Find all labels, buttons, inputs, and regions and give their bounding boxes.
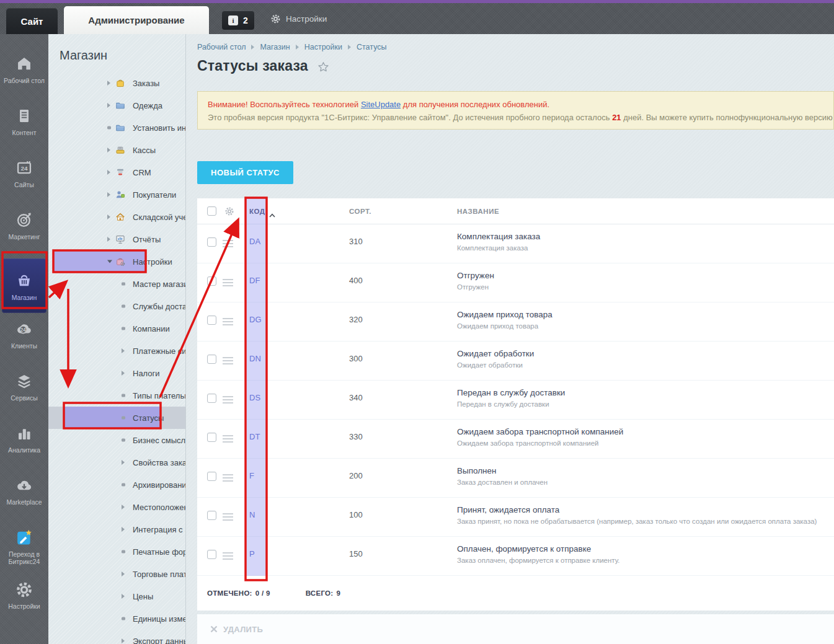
column-header-name[interactable]: НАЗВАНИЕ [457,208,499,215]
menu-subitem-pay-systems[interactable]: Платежные системы [48,340,185,362]
menu-subitem-business-meanings[interactable]: Бизнес смыслы [48,429,185,451]
rail-item-content[interactable]: Контент [0,102,48,154]
menu-subitem-label: Мастер магазина [133,280,186,289]
menu-subitem-data-export[interactable]: Экспорт данных [48,630,185,644]
menu-subitem-order-props[interactable]: Свойства заказа [48,451,185,474]
column-header-sort[interactable]: СОРТ. [349,208,371,215]
menu-subitem-taxes[interactable]: Налоги [48,362,185,384]
status-code-link[interactable]: F [249,471,254,480]
checked-count-value: 0 / 9 [255,589,270,597]
menu-item-cash-desks[interactable]: Кассы [48,139,185,161]
rail-item-clients[interactable]: 24 Клиенты [0,315,48,368]
status-name-link[interactable]: Ожидает обработки [457,349,534,358]
menu-subitem-prices[interactable]: Цены [48,585,185,607]
siteupdate-link[interactable]: SiteUpdate [361,100,401,109]
new-status-button[interactable]: НОВЫЙ СТАТУС [197,161,293,184]
breadcrumb-separator-icon [251,45,254,50]
rail-item-analytics[interactable]: Аналитика [0,420,48,472]
row-checkbox[interactable] [207,550,216,559]
menu-subitem-trade-platforms[interactable]: Торговые платформы [48,563,185,585]
status-code-link[interactable]: DG [249,315,262,324]
drag-handle-icon[interactable] [223,279,233,286]
menu-item-reports[interactable]: Отчёты [48,228,185,250]
status-description: Отгружен [457,283,489,291]
table-settings-gear-icon[interactable] [224,206,234,216]
drag-handle-icon[interactable] [223,240,233,247]
menu-item-settings[interactable]: Настройки [48,250,185,273]
status-name-link[interactable]: Ожидаем приход товара [457,310,552,319]
table-row: DS 340 Передан в службу доставки Передан… [197,381,834,420]
rail-item-bitrix24[interactable]: Переход в Битрикс24 [0,524,48,576]
notifications-badge[interactable]: i 2 [222,11,254,30]
delete-button[interactable]: УДАЛИТЬ [197,614,834,644]
rail-item-services[interactable]: Сервисы [0,368,48,420]
status-code-link[interactable]: N [249,510,255,519]
menu-subitem-units[interactable]: Единицы измерения [48,607,185,630]
rail-item-marketplace[interactable]: Marketplace [0,472,48,524]
row-checkbox[interactable] [207,276,216,286]
drag-handle-icon[interactable] [223,435,233,443]
menu-item-clothes[interactable]: Одежда [48,94,185,117]
rail-item-desktop[interactable]: Рабочий стол [0,50,48,102]
drag-handle-icon[interactable] [223,396,233,404]
rail-item-sites[interactable]: 24 Сайты [0,154,48,206]
menu-item-label: Складской учет [133,213,186,222]
topbar-settings-button[interactable]: Настройки [270,3,327,34]
row-checkbox[interactable] [207,355,216,364]
menu-item-install-tools[interactable]: Установить инструменты и [48,117,185,139]
status-name-link[interactable]: Оплачен, формируется к отправке [457,544,591,554]
status-name-link[interactable]: Передан в службу доставки [457,388,565,397]
menu-item-orders[interactable]: Заказы [48,72,185,94]
menu-subitem-delivery-services[interactable]: Службы доставки [48,295,185,317]
menu-subitem-companies[interactable]: Компании [48,317,185,340]
status-name-link[interactable]: Выполнен [457,466,497,475]
row-checkbox[interactable] [207,394,216,403]
status-name-link[interactable]: Принят, ожидается оплата [457,505,559,514]
status-name-link[interactable]: Отгружен [457,271,494,280]
menu-item-warehouse[interactable]: Складской учет [48,206,185,228]
drag-handle-icon[interactable] [223,318,233,325]
row-checkbox[interactable] [207,472,216,481]
menu-subitem-locations[interactable]: Местоположения [48,496,185,518]
column-header-code[interactable]: КОД [249,208,265,215]
status-code-link[interactable]: DA [249,237,260,246]
rail-item-shop[interactable]: Магазин [2,258,47,313]
menu-subitem-payer-types[interactable]: Типы плательщиков [48,384,185,407]
breadcrumb-link[interactable]: Магазин [260,43,290,51]
menu-list: Заказы Одежда Установить инструменты и К… [48,72,185,644]
drag-handle-icon[interactable] [223,357,233,364]
row-checkbox[interactable] [207,511,216,520]
breadcrumb-link[interactable]: Рабочий стол [197,43,246,51]
rail-item-label: Аналитика [8,446,40,454]
row-checkbox[interactable] [207,433,216,442]
menu-item-label: Одежда [133,101,162,110]
status-code-link[interactable]: DT [249,432,260,441]
tab-site[interactable]: Сайт [6,8,58,34]
menu-subitem-integration-1c[interactable]: Интеграция с 1С [48,518,185,540]
row-checkbox[interactable] [207,315,216,325]
status-code-link[interactable]: DN [249,354,261,363]
row-checkbox[interactable] [207,237,216,247]
drag-handle-icon[interactable] [223,474,233,482]
rail-item-settings[interactable]: Настройки [0,576,48,628]
status-name-link[interactable]: Ожидаем забора транспортной компанией [457,427,623,436]
breadcrumb-link[interactable]: Статусы [357,43,387,51]
breadcrumb-link[interactable]: Настройки [304,43,342,51]
menu-subitem-shop-master[interactable]: Мастер магазина [48,273,185,295]
menu-subitem-order-archive[interactable]: Архивирование заказов [48,474,185,496]
tab-administration[interactable]: Администрирование [64,6,209,34]
status-code-link[interactable]: P [249,549,255,558]
drag-handle-icon[interactable] [223,552,233,560]
status-code-link[interactable]: DS [249,393,260,402]
menu-item-crm[interactable]: CRM [48,161,185,183]
select-all-checkbox[interactable] [207,206,216,216]
menu-subitem-statuses[interactable]: Статусы [48,407,185,429]
status-name-link[interactable]: Комплектация заказа [457,232,540,241]
menu-subitem-print-forms[interactable]: Печатные формы [48,540,185,563]
menu-item-buyers[interactable]: Покупатели [48,183,185,206]
status-code-link[interactable]: DF [249,276,260,285]
rail-item-marketing[interactable]: Маркетинг [0,206,48,258]
drag-handle-icon[interactable] [223,513,233,521]
favorite-star-icon[interactable] [317,61,329,73]
menu-item-label: Заказы [133,79,159,88]
